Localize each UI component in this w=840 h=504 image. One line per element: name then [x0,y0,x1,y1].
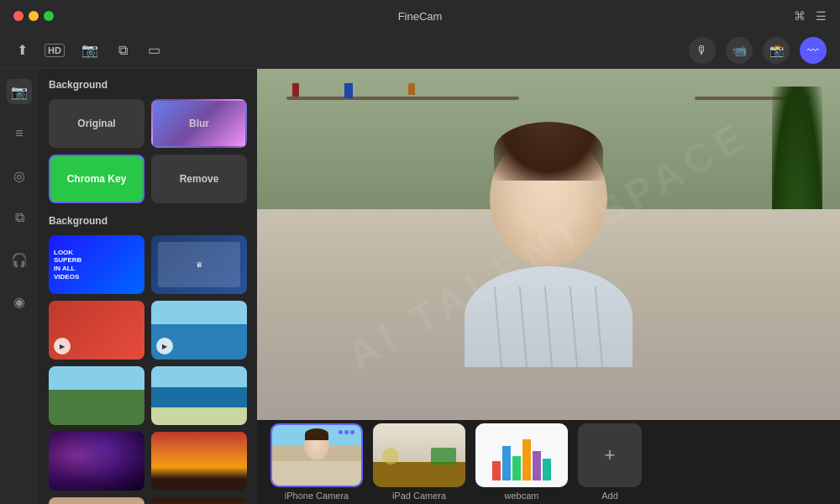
toolbar: ⬆ HD 📷 ⧉ ▭ 🎙 📹 📸 〰 [0,32,840,69]
video-area: AI TALENT SPACE iPhone Camera [257,69,840,504]
bg-option-original[interactable]: Original [49,99,144,148]
bg-thumbnails-title: Background [49,215,247,227]
close-button[interactable] [13,11,24,21]
camera-thumb-iphone[interactable] [270,423,363,487]
mic-button[interactable]: 🎙 [689,37,716,64]
sidebar-item-camera[interactable]: 📷 [7,79,32,104]
webcam-preview [475,423,568,487]
maximize-button[interactable] [44,11,54,21]
toolbar-right: 🎙 📹 📸 〰 [689,37,827,64]
traffic-lights [13,11,54,21]
app-title: FineCam [398,10,443,23]
share-icon[interactable]: ⬆ [13,39,31,61]
background-panel: Background Original Blur Chroma Key Remo… [39,69,257,504]
play-icon-3: ▶ [54,338,71,354]
camera-wrapper-iphone: iPhone Camera [270,423,363,501]
hd-icon[interactable]: HD [45,44,65,57]
bg-thumb-10[interactable] [151,497,247,504]
pip-icon[interactable]: ⧉ [115,39,131,61]
bg-option-original-label: Original [77,118,115,129]
webcam-label: webcam [505,491,539,501]
add-camera-plus: + [605,444,616,466]
camera-wrapper-add: + Add [578,423,642,501]
camera-wrapper-ipad: iPad Camera [373,423,465,501]
bg-thumb-5[interactable] [49,366,144,425]
bg-option-blur-label: Blur [189,118,209,129]
bg-options-grid: Original Blur Chroma Key Remove [49,99,247,203]
bg-thumb-2[interactable]: 🖥 [151,235,247,294]
bg-thumb-8[interactable] [151,432,247,491]
bg-thumb-7[interactable] [49,432,144,491]
camera-strip: iPhone Camera iPad Camera [257,420,840,504]
bg-thumb-3[interactable]: ▶ [49,301,144,360]
play-icon-4: ▶ [156,338,173,354]
sidebar-item-sliders[interactable]: ≡ [7,121,32,146]
sidebar-item-layers[interactable]: ⧉ [7,205,32,230]
video-feed: AI TALENT SPACE [257,69,840,420]
bg-thumb-6[interactable] [151,366,247,425]
bg-option-chroma-label: Chroma Key [67,173,127,185]
video-main: AI TALENT SPACE [257,69,840,420]
sidebar-item-audio[interactable]: 🎧 [7,247,32,272]
sidebar-icons: 📷 ≡ ◎ ⧉ 🎧 ◉ [0,69,39,504]
menu-icon[interactable]: ☰ [816,9,827,23]
sidebar-item-effects[interactable]: ◎ [7,163,32,188]
bg-option-chroma[interactable]: Chroma Key [49,155,144,203]
camera-thumb-webcam[interactable] [475,423,568,487]
ipad-camera-label: iPad Camera [392,491,446,501]
camera-wrapper-webcam: webcam [475,423,568,501]
main-layout: 📷 ≡ ◎ ⧉ 🎧 ◉ Background Original Blur Chr… [0,69,840,504]
minimize-button[interactable] [29,11,39,21]
add-camera-label: Add [601,491,618,501]
bg-thumb-9[interactable] [49,497,144,504]
bg-thumbnails-grid: LOOKSUPERBIN ALLVIDEOS 🖥 ▶ ▶ [49,235,247,504]
dots-indicator [339,430,354,434]
add-camera-button[interactable]: + [578,423,642,487]
bg-section-title: Background [49,79,247,91]
toolbar-left: ⬆ HD 📷 ⧉ ▭ [13,39,164,61]
camera-icon[interactable]: 📷 [78,39,102,61]
bg-option-remove[interactable]: Remove [151,155,247,203]
bg-option-blur[interactable]: Blur [151,99,247,148]
crop-icon[interactable]: ▭ [144,39,164,61]
snapshot-button[interactable]: 📸 [763,37,790,64]
wave-button[interactable]: 〰 [800,37,827,64]
iphone-camera-label: iPhone Camera [285,491,349,501]
camera-thumb-ipad[interactable] [373,423,465,487]
title-bar-right: ⌘ ☰ [794,9,827,23]
title-bar: FineCam ⌘ ☰ [0,0,840,32]
video-button[interactable]: 📹 [726,37,753,64]
link-icon[interactable]: ⌘ [794,9,806,23]
bg-thumb-4[interactable]: ▶ [151,301,247,360]
bg-thumb-1[interactable]: LOOKSUPERBIN ALLVIDEOS [49,235,144,294]
title-bar-left [13,11,54,21]
ipad-camera-preview [373,423,465,487]
bg-option-remove-label: Remove [180,173,219,185]
sidebar-item-capture[interactable]: ◉ [7,289,32,314]
